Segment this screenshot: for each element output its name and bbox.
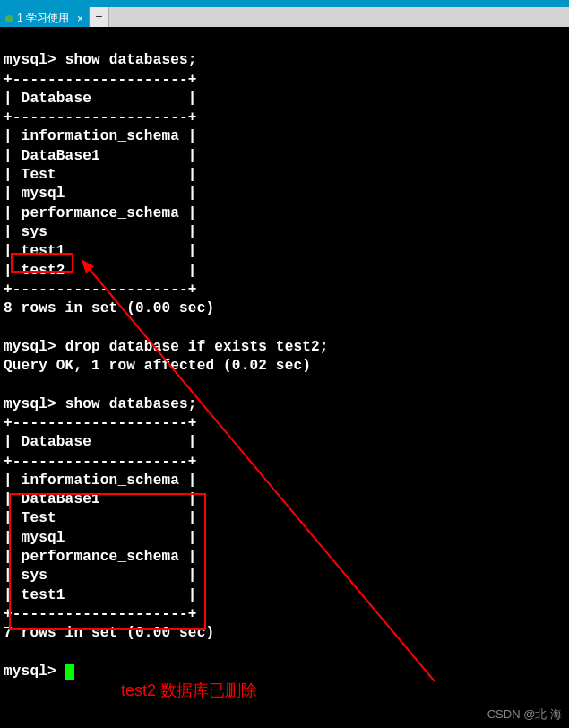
close-icon[interactable]: × [73, 13, 83, 25]
result-line: Query OK, 1 row affected (0.02 sec) [4, 358, 311, 374]
new-tab-button[interactable]: + [90, 7, 109, 27]
prompt: mysql> [4, 396, 56, 412]
result-line: 7 rows in set (0.00 sec) [4, 625, 214, 641]
db-row: Test [22, 510, 56, 526]
prompt: mysql> [4, 663, 56, 680]
command: show databases; [65, 52, 197, 68]
db-row: Test [22, 167, 56, 183]
command: drop database if exists test2; [65, 339, 329, 355]
border-line: +--------------------+ [4, 415, 197, 431]
db-row: performance_schema [22, 205, 179, 221]
db-row: DataBase1 [22, 148, 100, 164]
window-title-bar [0, 0, 569, 7]
tab-label: 1 学习使用 [17, 11, 69, 26]
db-row: mysql [22, 530, 65, 546]
db-row: sys [22, 224, 47, 240]
tab-session-1[interactable]: 1 学习使用 × [0, 7, 90, 27]
border-line: +--------------------+ [4, 109, 197, 126]
header-row: | Database | [4, 434, 197, 450]
db-row: sys [22, 568, 47, 584]
db-row: mysql [22, 186, 65, 202]
watermark: CSDN @北 海 [487, 706, 562, 723]
terminal-output[interactable]: mysql> show databases; +----------------… [0, 27, 569, 685]
db-row: DataBase1 [22, 491, 100, 507]
db-row: test1 [22, 587, 65, 603]
prompt: mysql> [4, 52, 56, 68]
db-row: test2 [22, 263, 65, 279]
prompt: mysql> [4, 339, 56, 355]
db-row: performance_schema [22, 549, 179, 565]
result-line: 8 rows in set (0.00 sec) [4, 300, 214, 316]
border-line: +--------------------+ [4, 454, 197, 470]
db-row: information_schema [22, 472, 179, 489]
border-line: +--------------------+ [4, 282, 197, 298]
status-dot-icon [5, 15, 13, 22]
cursor [65, 664, 74, 680]
db-row: information_schema [22, 128, 179, 144]
border-line: +--------------------+ [4, 606, 197, 622]
db-row: test1 [22, 243, 65, 259]
border-line: +--------------------+ [4, 72, 197, 88]
tab-bar: 1 学习使用 × + [0, 7, 569, 27]
command: show databases; [65, 396, 197, 412]
header-row: | Database | [4, 91, 197, 107]
annotation-text: test2 数据库已删除 [121, 680, 257, 701]
